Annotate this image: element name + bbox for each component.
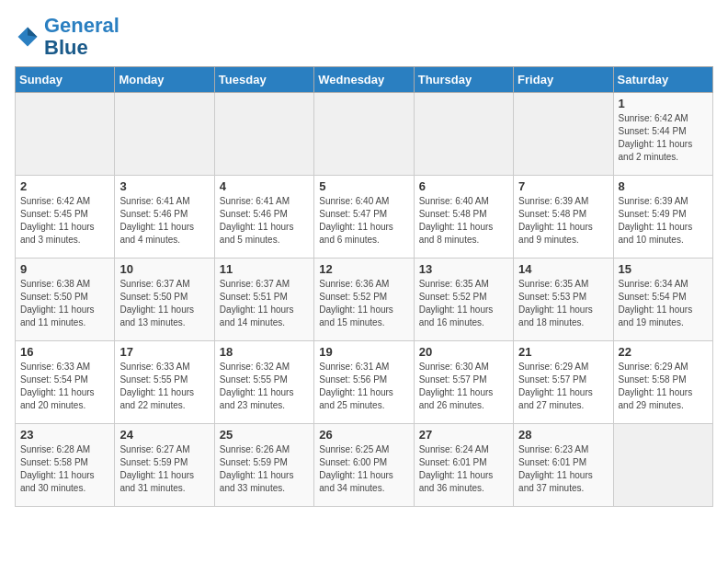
day-number: 9 — [20, 262, 109, 276]
day-cell: 20Sunrise: 6:30 AM Sunset: 5:57 PM Dayli… — [414, 341, 513, 424]
day-number: 19 — [319, 345, 408, 359]
week-row-5: 23Sunrise: 6:28 AM Sunset: 5:58 PM Dayli… — [16, 424, 713, 507]
day-number: 3 — [119, 179, 209, 193]
day-cell: 7Sunrise: 6:39 AM Sunset: 5:48 PM Daylig… — [514, 176, 613, 259]
day-cell: 28Sunrise: 6:23 AM Sunset: 6:01 PM Dayli… — [514, 424, 613, 507]
day-cell — [214, 93, 313, 176]
day-cell: 2Sunrise: 6:42 AM Sunset: 5:45 PM Daylig… — [16, 176, 115, 259]
day-info: Sunrise: 6:41 AM Sunset: 5:46 PM Dayligh… — [119, 195, 209, 247]
day-cell: 1Sunrise: 6:42 AM Sunset: 5:44 PM Daylig… — [613, 93, 712, 176]
day-info: Sunrise: 6:40 AM Sunset: 5:48 PM Dayligh… — [419, 195, 508, 247]
day-info: Sunrise: 6:35 AM Sunset: 5:52 PM Dayligh… — [419, 278, 508, 329]
day-number: 15 — [619, 262, 708, 276]
logo-text: GeneralBlue — [44, 15, 119, 59]
day-number: 14 — [518, 262, 608, 276]
week-row-2: 2Sunrise: 6:42 AM Sunset: 5:45 PM Daylig… — [16, 176, 713, 259]
week-row-1: 1Sunrise: 6:42 AM Sunset: 5:44 PM Daylig… — [16, 93, 713, 176]
day-number: 7 — [518, 179, 608, 193]
day-number: 26 — [319, 428, 408, 442]
day-cell: 23Sunrise: 6:28 AM Sunset: 5:58 PM Dayli… — [16, 424, 115, 507]
day-info: Sunrise: 6:35 AM Sunset: 5:53 PM Dayligh… — [518, 278, 608, 329]
day-cell: 9Sunrise: 6:38 AM Sunset: 5:50 PM Daylig… — [16, 259, 115, 341]
day-cell — [115, 93, 214, 176]
day-cell: 12Sunrise: 6:36 AM Sunset: 5:52 PM Dayli… — [314, 259, 414, 341]
day-info: Sunrise: 6:23 AM Sunset: 6:01 PM Dayligh… — [518, 443, 608, 495]
day-info: Sunrise: 6:37 AM Sunset: 5:51 PM Dayligh… — [220, 278, 309, 329]
day-cell: 10Sunrise: 6:37 AM Sunset: 5:50 PM Dayli… — [115, 259, 214, 341]
day-number: 27 — [419, 428, 508, 442]
page-header: GeneralBlue — [15, 15, 713, 59]
day-number: 12 — [319, 262, 408, 276]
header-friday: Friday — [514, 67, 613, 93]
day-cell — [314, 93, 414, 176]
day-cell: 6Sunrise: 6:40 AM Sunset: 5:48 PM Daylig… — [414, 176, 513, 259]
day-info: Sunrise: 6:39 AM Sunset: 5:48 PM Dayligh… — [518, 195, 608, 247]
day-info: Sunrise: 6:38 AM Sunset: 5:50 PM Dayligh… — [20, 278, 109, 329]
header-tuesday: Tuesday — [214, 67, 313, 93]
day-number: 20 — [419, 345, 508, 359]
day-info: Sunrise: 6:27 AM Sunset: 5:59 PM Dayligh… — [119, 443, 209, 495]
day-cell: 14Sunrise: 6:35 AM Sunset: 5:53 PM Dayli… — [514, 259, 613, 341]
day-cell: 26Sunrise: 6:25 AM Sunset: 6:00 PM Dayli… — [314, 424, 414, 507]
week-row-3: 9Sunrise: 6:38 AM Sunset: 5:50 PM Daylig… — [16, 259, 713, 341]
day-number: 21 — [518, 345, 608, 359]
logo: GeneralBlue — [15, 15, 119, 59]
day-number: 17 — [119, 345, 209, 359]
day-cell: 25Sunrise: 6:26 AM Sunset: 5:59 PM Dayli… — [214, 424, 313, 507]
day-info: Sunrise: 6:41 AM Sunset: 5:46 PM Dayligh… — [220, 195, 309, 247]
day-info: Sunrise: 6:30 AM Sunset: 5:57 PM Dayligh… — [419, 361, 508, 412]
day-number: 4 — [220, 179, 309, 193]
day-number: 16 — [20, 345, 109, 359]
day-info: Sunrise: 6:28 AM Sunset: 5:58 PM Dayligh… — [20, 443, 109, 495]
day-info: Sunrise: 6:42 AM Sunset: 5:45 PM Dayligh… — [20, 195, 109, 247]
day-info: Sunrise: 6:25 AM Sunset: 6:00 PM Dayligh… — [319, 443, 408, 495]
day-cell: 5Sunrise: 6:40 AM Sunset: 5:47 PM Daylig… — [314, 176, 414, 259]
header-wednesday: Wednesday — [314, 67, 414, 93]
day-info: Sunrise: 6:39 AM Sunset: 5:49 PM Dayligh… — [619, 195, 708, 247]
day-cell: 8Sunrise: 6:39 AM Sunset: 5:49 PM Daylig… — [613, 176, 712, 259]
day-number: 25 — [220, 428, 309, 442]
day-info: Sunrise: 6:31 AM Sunset: 5:56 PM Dayligh… — [319, 361, 408, 412]
day-info: Sunrise: 6:29 AM Sunset: 5:57 PM Dayligh… — [518, 361, 608, 412]
day-number: 13 — [419, 262, 508, 276]
day-number: 22 — [619, 345, 708, 359]
header-sunday: Sunday — [16, 67, 115, 93]
day-cell: 4Sunrise: 6:41 AM Sunset: 5:46 PM Daylig… — [214, 176, 313, 259]
day-number: 28 — [518, 428, 608, 442]
day-info: Sunrise: 6:42 AM Sunset: 5:44 PM Dayligh… — [619, 112, 708, 164]
day-info: Sunrise: 6:24 AM Sunset: 6:01 PM Dayligh… — [419, 443, 508, 495]
day-number: 8 — [619, 179, 708, 193]
week-row-4: 16Sunrise: 6:33 AM Sunset: 5:54 PM Dayli… — [16, 341, 713, 424]
day-number: 5 — [319, 179, 408, 193]
day-cell: 18Sunrise: 6:32 AM Sunset: 5:55 PM Dayli… — [214, 341, 313, 424]
header-monday: Monday — [115, 67, 214, 93]
day-info: Sunrise: 6:33 AM Sunset: 5:55 PM Dayligh… — [119, 361, 209, 412]
day-cell: 11Sunrise: 6:37 AM Sunset: 5:51 PM Dayli… — [214, 259, 313, 341]
day-cell: 24Sunrise: 6:27 AM Sunset: 5:59 PM Dayli… — [115, 424, 214, 507]
day-cell — [613, 424, 712, 507]
day-cell: 15Sunrise: 6:34 AM Sunset: 5:54 PM Dayli… — [613, 259, 712, 341]
day-number: 10 — [119, 262, 209, 276]
day-cell: 3Sunrise: 6:41 AM Sunset: 5:46 PM Daylig… — [115, 176, 214, 259]
day-cell: 16Sunrise: 6:33 AM Sunset: 5:54 PM Dayli… — [16, 341, 115, 424]
day-info: Sunrise: 6:32 AM Sunset: 5:55 PM Dayligh… — [220, 361, 309, 412]
day-cell — [514, 93, 613, 176]
day-info: Sunrise: 6:33 AM Sunset: 5:54 PM Dayligh… — [20, 361, 109, 412]
svg-marker-1 — [28, 28, 38, 38]
day-info: Sunrise: 6:40 AM Sunset: 5:47 PM Dayligh… — [319, 195, 408, 247]
day-info: Sunrise: 6:36 AM Sunset: 5:52 PM Dayligh… — [319, 278, 408, 329]
header-saturday: Saturday — [613, 67, 712, 93]
calendar-table: SundayMondayTuesdayWednesdayThursdayFrid… — [15, 66, 713, 507]
logo-icon — [15, 24, 40, 50]
day-cell — [16, 93, 115, 176]
day-info: Sunrise: 6:37 AM Sunset: 5:50 PM Dayligh… — [119, 278, 209, 329]
day-info: Sunrise: 6:29 AM Sunset: 5:58 PM Dayligh… — [619, 361, 708, 412]
header-thursday: Thursday — [414, 67, 513, 93]
day-number: 11 — [220, 262, 309, 276]
calendar-header-row: SundayMondayTuesdayWednesdayThursdayFrid… — [16, 67, 713, 93]
day-cell: 21Sunrise: 6:29 AM Sunset: 5:57 PM Dayli… — [514, 341, 613, 424]
day-number: 18 — [220, 345, 309, 359]
day-info: Sunrise: 6:34 AM Sunset: 5:54 PM Dayligh… — [619, 278, 708, 329]
day-cell: 19Sunrise: 6:31 AM Sunset: 5:56 PM Dayli… — [314, 341, 414, 424]
day-cell: 13Sunrise: 6:35 AM Sunset: 5:52 PM Dayli… — [414, 259, 513, 341]
